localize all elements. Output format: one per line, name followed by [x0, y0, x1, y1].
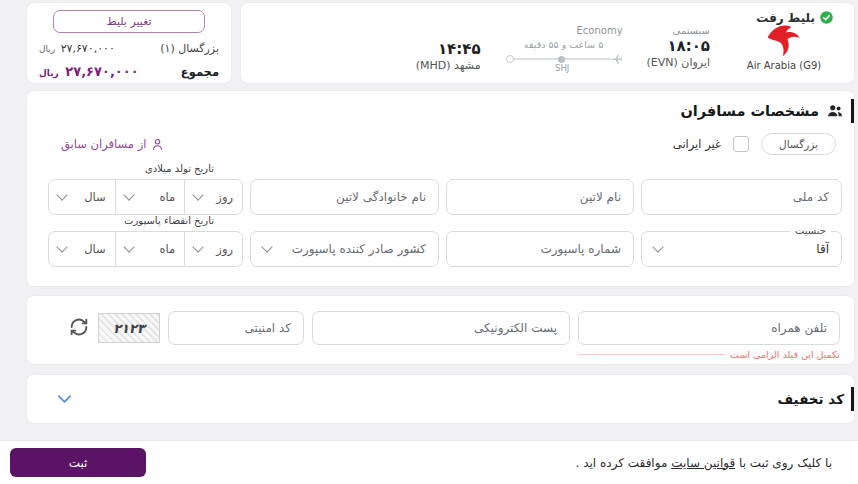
birth-day-select[interactable]: روز	[184, 180, 242, 214]
expiry-month-select[interactable]: ماه	[115, 232, 184, 266]
passengers-header: مشخصات مسافران	[27, 99, 854, 123]
arrival-time: ۱۴:۴۵	[438, 40, 481, 58]
previous-passengers-link[interactable]: از مسافران سابق	[61, 137, 165, 152]
gender-value: آقا	[816, 242, 829, 256]
chevron-down-icon	[56, 189, 67, 200]
site-rules-link[interactable]: قوانین سایت	[671, 456, 735, 470]
birth-date-group: تاریخ تولد میلادی روز ماه سال	[48, 179, 243, 215]
section-accent-bar	[851, 99, 854, 123]
chevron-down-icon	[56, 241, 67, 252]
mobile-field-wrap: تکمیل این فیلد الزامی است	[578, 311, 840, 360]
fare-amount: ۲۷,۶۷۰,۰۰۰	[61, 42, 115, 55]
discount-header: کد تخفیف	[778, 387, 854, 411]
flight-summary-card: بلیط رفت Air Arabia (G9) سیستمی ۱۸:۰۵ ای…	[240, 2, 855, 84]
departure-city: ایروان (EVN)	[647, 56, 710, 69]
non-iranian-label: غیر ایرانی	[673, 137, 721, 151]
contact-card: تکمیل این فیلد الزامی است ۲۱۲۳	[26, 295, 855, 365]
latin-first-name-input[interactable]	[446, 179, 634, 215]
passengers-title: مشخصات مسافران	[680, 103, 819, 119]
destination-dot	[506, 55, 514, 63]
error-underline	[578, 354, 725, 355]
fare-row-label: بزرگسال (۱)	[160, 42, 219, 55]
passport-country-select[interactable]: کشور صادر کننده پاسپورت	[250, 231, 439, 267]
national-code-input[interactable]	[641, 179, 842, 215]
agreement-text: با کلیک روی ثبت با قوانین سایت موافقت کر…	[576, 456, 832, 470]
passenger-type-row: بزرگسال غیر ایرانی از مسافران سابق	[27, 133, 854, 155]
birth-date-label: تاریخ تولد میلادی	[145, 163, 214, 174]
agreement-prefix: با کلیک روی ثبت با	[735, 456, 832, 470]
passport-number-input[interactable]	[446, 231, 634, 267]
latin-last-name-input[interactable]	[250, 179, 439, 215]
departure-time: ۱۸:۰۵	[667, 37, 710, 55]
passenger-form-row-2: جنسیت آقا کشور صادر کننده پاسپورت تاریخ …	[27, 231, 854, 267]
plane-icon	[611, 53, 623, 65]
passport-country-placeholder: کشور صادر کننده پاسپورت	[292, 242, 426, 256]
footer-bar: با کلیک روی ثبت با قوانین سایت موافقت کر…	[0, 440, 858, 484]
airline-block: Air Arabia (G9)	[734, 21, 834, 71]
mobile-error-row: تکمیل این فیلد الزامی است	[578, 349, 840, 360]
person-icon	[150, 137, 165, 152]
change-ticket-button[interactable]: تغییر بلیط	[53, 10, 205, 33]
departure-block: سیستمی ۱۸:۰۵ ایروان (EVN)	[647, 25, 710, 69]
non-iranian-checkbox[interactable]	[733, 136, 749, 152]
chevron-down-icon	[192, 189, 203, 200]
gender-label: جنسیت	[790, 225, 831, 236]
fare-row-total: مجموع ۲۷,۶۷۰,۰۰۰ ریال	[39, 64, 219, 79]
captcha-image: ۲۱۲۳	[98, 313, 160, 343]
passenger-type-group: بزرگسال غیر ایرانی	[673, 133, 836, 155]
top-row: بلیط رفت Air Arabia (G9) سیستمی ۱۸:۰۵ ای…	[26, 2, 855, 84]
agreement-suffix: موافقت کرده اید .	[576, 456, 672, 470]
discount-card: کد تخفیف	[26, 374, 855, 424]
flight-body: Air Arabia (G9) سیستمی ۱۸:۰۵ ایروان (EVN…	[261, 25, 834, 72]
email-input[interactable]	[312, 311, 570, 345]
route-line: SHJ	[508, 58, 611, 60]
passenger-type-pill[interactable]: بزرگسال	[761, 133, 836, 155]
flight-path-graphic: SHJ	[505, 54, 623, 64]
stopover-dot	[558, 56, 565, 63]
passengers-card: مشخصات مسافران بزرگسال غیر ایرانی از مسا…	[26, 90, 855, 287]
total-label: مجموع	[181, 65, 219, 79]
total-currency: ریال	[39, 68, 59, 78]
arrival-block: ۱۴:۴۵ مشهد (MHD)	[416, 39, 481, 72]
captcha-refresh-button[interactable]	[68, 316, 90, 341]
expiry-year-select[interactable]: سال	[49, 232, 115, 266]
flight-duration: ۵ ساعت و ۵۵ دقیقه	[505, 39, 623, 50]
day-label: روز	[216, 190, 233, 204]
gender-select[interactable]: جنسیت آقا	[641, 231, 842, 267]
captcha-input[interactable]	[168, 311, 304, 345]
booking-page: بلیط رفت Air Arabia (G9) سیستمی ۱۸:۰۵ ای…	[0, 0, 858, 484]
mobile-phone-input[interactable]	[578, 311, 840, 345]
fare-row-value: ۲۷,۶۷۰,۰۰۰ ریال	[39, 42, 115, 55]
passport-expiry-group: تاریخ انقضاء پاسپورت روز ماه سال	[48, 231, 243, 267]
mobile-error-text: تکمیل این فیلد الزامی است	[730, 349, 840, 360]
passenger-form-row-1: تاریخ تولد میلادی روز ماه سال	[27, 179, 854, 215]
chevron-down-icon	[123, 189, 134, 200]
airline-name: Air Arabia (G9)	[747, 60, 821, 71]
arrival-city: مشهد (MHD)	[416, 59, 481, 72]
fare-summary-card: تغییر بلیط بزرگسال (۱) ۲۷,۶۷۰,۰۰۰ ریال م…	[26, 2, 232, 84]
route-block: Economy ۵ ساعت و ۵۵ دقیقه SHJ	[505, 25, 623, 64]
discount-title: کد تخفیف	[778, 391, 844, 407]
chevron-down-icon	[652, 241, 663, 252]
total-amount: ۲۷,۶۷۰,۰۰۰	[65, 64, 138, 79]
previous-passengers-label: از مسافران سابق	[61, 137, 146, 151]
cabin-class-label: Economy	[577, 25, 623, 36]
chevron-down-icon	[261, 241, 272, 252]
birth-year-select[interactable]: سال	[49, 180, 115, 214]
section-accent-bar	[851, 387, 854, 411]
stopover-code: SHJ	[555, 63, 569, 73]
submit-button[interactable]: ثبت	[10, 448, 146, 477]
refresh-icon	[68, 316, 90, 338]
year-label: سال	[84, 242, 106, 256]
fare-row-adult: بزرگسال (۱) ۲۷,۶۷۰,۰۰۰ ریال	[39, 42, 219, 55]
total-value: ۲۷,۶۷۰,۰۰۰ ریال	[39, 64, 139, 79]
expiry-day-select[interactable]: روز	[184, 232, 242, 266]
passengers-icon	[826, 102, 844, 120]
discount-expand-chevron-icon[interactable]	[57, 394, 72, 404]
month-label: ماه	[159, 190, 175, 204]
airline-logo-icon	[759, 21, 809, 59]
birth-month-select[interactable]: ماه	[115, 180, 184, 214]
passport-expiry-label: تاریخ انقضاء پاسپورت	[124, 215, 214, 226]
fare-currency: ریال	[39, 44, 55, 54]
chevron-down-icon	[192, 241, 203, 252]
